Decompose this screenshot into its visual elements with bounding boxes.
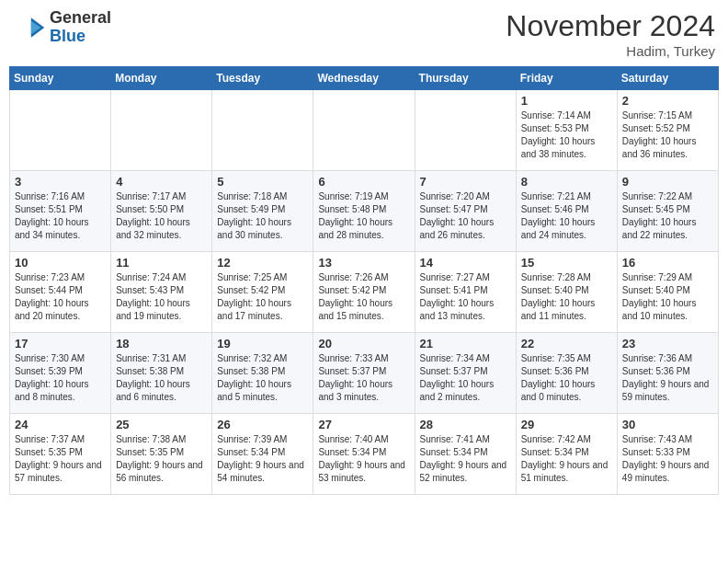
calendar-cell: [313, 90, 415, 171]
day-number: 7: [420, 175, 511, 189]
day-number: 17: [15, 337, 106, 350]
calendar-cell: 29Sunrise: 7:42 AM Sunset: 5:34 PM Dayli…: [516, 414, 617, 495]
calendar-cell: 26Sunrise: 7:39 AM Sunset: 5:34 PM Dayli…: [212, 414, 313, 495]
logo-text: General Blue: [50, 9, 111, 46]
calendar-cell: [415, 90, 516, 171]
weekday-header: Sunday: [10, 67, 111, 90]
day-info: Sunrise: 7:21 AM Sunset: 5:46 PM Dayligh…: [521, 190, 612, 242]
day-info: Sunrise: 7:24 AM Sunset: 5:43 PM Dayligh…: [116, 271, 207, 323]
day-number: 25: [116, 418, 207, 431]
title-block: November 2024 Hadim, Turkey: [506, 9, 715, 59]
calendar-cell: 24Sunrise: 7:37 AM Sunset: 5:35 PM Dayli…: [10, 414, 111, 495]
calendar-cell: 20Sunrise: 7:33 AM Sunset: 5:37 PM Dayli…: [313, 333, 415, 414]
day-info: Sunrise: 7:20 AM Sunset: 5:47 PM Dayligh…: [420, 190, 511, 242]
day-info: Sunrise: 7:22 AM Sunset: 5:45 PM Dayligh…: [622, 190, 713, 242]
day-number: 3: [15, 175, 106, 189]
day-number: 19: [217, 337, 308, 350]
day-info: Sunrise: 7:18 AM Sunset: 5:49 PM Dayligh…: [217, 190, 308, 242]
calendar-cell: 27Sunrise: 7:40 AM Sunset: 5:34 PM Dayli…: [313, 414, 415, 495]
calendar-cell: 10Sunrise: 7:23 AM Sunset: 5:44 PM Dayli…: [10, 252, 111, 333]
day-number: 20: [318, 337, 409, 350]
calendar-cell: 22Sunrise: 7:35 AM Sunset: 5:36 PM Dayli…: [516, 333, 617, 414]
calendar-cell: 15Sunrise: 7:28 AM Sunset: 5:40 PM Dayli…: [516, 252, 617, 333]
calendar-cell: 12Sunrise: 7:25 AM Sunset: 5:42 PM Dayli…: [212, 252, 313, 333]
calendar-week-row: 3Sunrise: 7:16 AM Sunset: 5:51 PM Daylig…: [10, 171, 719, 252]
day-number: 12: [217, 256, 308, 270]
calendar-week-row: 24Sunrise: 7:37 AM Sunset: 5:35 PM Dayli…: [10, 414, 719, 495]
day-info: Sunrise: 7:29 AM Sunset: 5:40 PM Dayligh…: [622, 271, 713, 323]
day-info: Sunrise: 7:37 AM Sunset: 5:35 PM Dayligh…: [15, 433, 106, 485]
calendar-cell: 7Sunrise: 7:20 AM Sunset: 5:47 PM Daylig…: [415, 171, 516, 252]
weekday-header: Wednesday: [313, 67, 415, 90]
day-number: 18: [116, 337, 207, 350]
day-info: Sunrise: 7:42 AM Sunset: 5:34 PM Dayligh…: [521, 433, 612, 485]
day-number: 16: [622, 256, 713, 270]
day-info: Sunrise: 7:15 AM Sunset: 5:52 PM Dayligh…: [622, 109, 713, 161]
calendar-cell: 25Sunrise: 7:38 AM Sunset: 5:35 PM Dayli…: [111, 414, 212, 495]
calendar-cell: 2Sunrise: 7:15 AM Sunset: 5:52 PM Daylig…: [617, 90, 718, 171]
calendar-week-row: 10Sunrise: 7:23 AM Sunset: 5:44 PM Dayli…: [10, 252, 719, 333]
day-number: 15: [521, 256, 612, 270]
calendar-cell: 4Sunrise: 7:17 AM Sunset: 5:50 PM Daylig…: [111, 171, 212, 252]
location-subtitle: Hadim, Turkey: [506, 43, 715, 59]
calendar-cell: 5Sunrise: 7:18 AM Sunset: 5:49 PM Daylig…: [212, 171, 313, 252]
weekday-header: Tuesday: [212, 67, 313, 90]
month-title: November 2024: [506, 9, 715, 43]
day-info: Sunrise: 7:36 AM Sunset: 5:36 PM Dayligh…: [622, 352, 713, 404]
calendar-table: SundayMondayTuesdayWednesdayThursdayFrid…: [9, 66, 719, 495]
day-info: Sunrise: 7:23 AM Sunset: 5:44 PM Dayligh…: [15, 271, 106, 323]
day-info: Sunrise: 7:31 AM Sunset: 5:38 PM Dayligh…: [116, 352, 207, 404]
day-number: 2: [622, 94, 713, 108]
day-info: Sunrise: 7:41 AM Sunset: 5:34 PM Dayligh…: [420, 433, 511, 485]
day-number: 23: [622, 337, 713, 350]
day-number: 5: [217, 175, 308, 189]
day-info: Sunrise: 7:40 AM Sunset: 5:34 PM Dayligh…: [318, 433, 409, 485]
calendar-cell: 18Sunrise: 7:31 AM Sunset: 5:38 PM Dayli…: [111, 333, 212, 414]
day-number: 13: [318, 256, 409, 270]
day-number: 10: [15, 256, 106, 270]
calendar-week-row: 17Sunrise: 7:30 AM Sunset: 5:39 PM Dayli…: [10, 333, 719, 414]
calendar-cell: 6Sunrise: 7:19 AM Sunset: 5:48 PM Daylig…: [313, 171, 415, 252]
day-number: 30: [622, 418, 713, 431]
calendar-cell: 30Sunrise: 7:43 AM Sunset: 5:33 PM Dayli…: [617, 414, 718, 495]
day-number: 9: [622, 175, 713, 189]
day-info: Sunrise: 7:14 AM Sunset: 5:53 PM Dayligh…: [521, 109, 612, 161]
day-number: 6: [318, 175, 409, 189]
day-number: 27: [318, 418, 409, 431]
weekday-header: Thursday: [415, 67, 516, 90]
logo-icon: [13, 11, 46, 44]
day-number: 24: [15, 418, 106, 431]
calendar-cell: 14Sunrise: 7:27 AM Sunset: 5:41 PM Dayli…: [415, 252, 516, 333]
calendar-cell: 11Sunrise: 7:24 AM Sunset: 5:43 PM Dayli…: [111, 252, 212, 333]
calendar-cell: 13Sunrise: 7:26 AM Sunset: 5:42 PM Dayli…: [313, 252, 415, 333]
day-info: Sunrise: 7:33 AM Sunset: 5:37 PM Dayligh…: [318, 352, 409, 404]
day-info: Sunrise: 7:30 AM Sunset: 5:39 PM Dayligh…: [15, 352, 106, 404]
page-header: General Blue November 2024 Hadim, Turkey: [9, 9, 719, 59]
calendar-week-row: 1Sunrise: 7:14 AM Sunset: 5:53 PM Daylig…: [10, 90, 719, 171]
day-number: 11: [116, 256, 207, 270]
weekday-header: Friday: [516, 67, 617, 90]
calendar-cell: [212, 90, 313, 171]
calendar-cell: 16Sunrise: 7:29 AM Sunset: 5:40 PM Dayli…: [617, 252, 718, 333]
calendar-cell: [111, 90, 212, 171]
day-info: Sunrise: 7:17 AM Sunset: 5:50 PM Dayligh…: [116, 190, 207, 242]
day-info: Sunrise: 7:27 AM Sunset: 5:41 PM Dayligh…: [420, 271, 511, 323]
weekday-header: Monday: [111, 67, 212, 90]
calendar-cell: 3Sunrise: 7:16 AM Sunset: 5:51 PM Daylig…: [10, 171, 111, 252]
weekday-header: Saturday: [617, 67, 718, 90]
weekday-header-row: SundayMondayTuesdayWednesdayThursdayFrid…: [10, 67, 719, 90]
day-info: Sunrise: 7:19 AM Sunset: 5:48 PM Dayligh…: [318, 190, 409, 242]
calendar-cell: 23Sunrise: 7:36 AM Sunset: 5:36 PM Dayli…: [617, 333, 718, 414]
logo: General Blue: [13, 9, 111, 46]
day-number: 22: [521, 337, 612, 350]
calendar-cell: 28Sunrise: 7:41 AM Sunset: 5:34 PM Dayli…: [415, 414, 516, 495]
day-info: Sunrise: 7:16 AM Sunset: 5:51 PM Dayligh…: [15, 190, 106, 242]
day-number: 14: [420, 256, 511, 270]
day-number: 1: [521, 94, 612, 108]
day-info: Sunrise: 7:38 AM Sunset: 5:35 PM Dayligh…: [116, 433, 207, 485]
day-info: Sunrise: 7:25 AM Sunset: 5:42 PM Dayligh…: [217, 271, 308, 323]
calendar-cell: 9Sunrise: 7:22 AM Sunset: 5:45 PM Daylig…: [617, 171, 718, 252]
calendar-cell: [10, 90, 111, 171]
day-number: 4: [116, 175, 207, 189]
day-info: Sunrise: 7:32 AM Sunset: 5:38 PM Dayligh…: [217, 352, 308, 404]
